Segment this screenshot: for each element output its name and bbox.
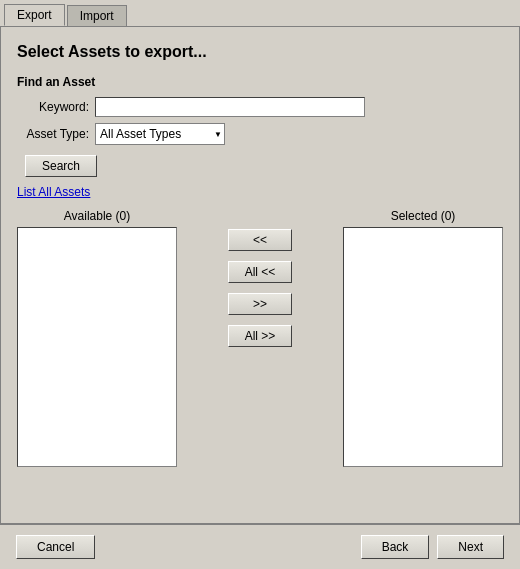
list-all-assets-link[interactable]: List All Assets <box>17 185 503 199</box>
keyword-input[interactable] <box>95 97 365 117</box>
bottom-bar: Cancel Back Next <box>0 524 520 569</box>
search-btn-row: Search <box>21 151 503 181</box>
tab-export[interactable]: Export <box>4 4 65 26</box>
next-button[interactable]: Next <box>437 535 504 559</box>
selected-label: Selected (0) <box>391 209 456 223</box>
move-right-button[interactable]: >> <box>228 293 292 315</box>
bottom-right-buttons: Back Next <box>361 535 504 559</box>
selected-list[interactable] <box>343 227 503 467</box>
tab-import[interactable]: Import <box>67 5 127 26</box>
asset-type-wrapper: All Asset Types <box>95 123 225 145</box>
asset-type-row: Asset Type: All Asset Types <box>17 123 503 145</box>
main-content: Select Assets to export... Find an Asset… <box>0 26 520 524</box>
page-title: Select Assets to export... <box>17 43 503 61</box>
selected-column: Selected (0) <box>343 209 503 467</box>
transfer-buttons: << All << >> All >> <box>177 229 343 347</box>
keyword-row: Keyword: <box>17 97 503 117</box>
main-window: Export Import Select Assets to export...… <box>0 0 520 569</box>
tab-bar: Export Import <box>0 0 520 26</box>
move-left-button[interactable]: << <box>228 229 292 251</box>
available-label: Available (0) <box>64 209 130 223</box>
search-button[interactable]: Search <box>25 155 97 177</box>
keyword-label: Keyword: <box>17 100 89 114</box>
back-button[interactable]: Back <box>361 535 430 559</box>
move-all-left-button[interactable]: All << <box>228 261 292 283</box>
cancel-button[interactable]: Cancel <box>16 535 95 559</box>
asset-type-label: Asset Type: <box>17 127 89 141</box>
available-column: Available (0) <box>17 209 177 467</box>
assets-area: Available (0) << All << >> All >> Select… <box>17 209 503 507</box>
available-list[interactable] <box>17 227 177 467</box>
find-section-heading: Find an Asset <box>17 75 503 89</box>
asset-type-select[interactable]: All Asset Types <box>95 123 225 145</box>
move-all-right-button[interactable]: All >> <box>228 325 292 347</box>
